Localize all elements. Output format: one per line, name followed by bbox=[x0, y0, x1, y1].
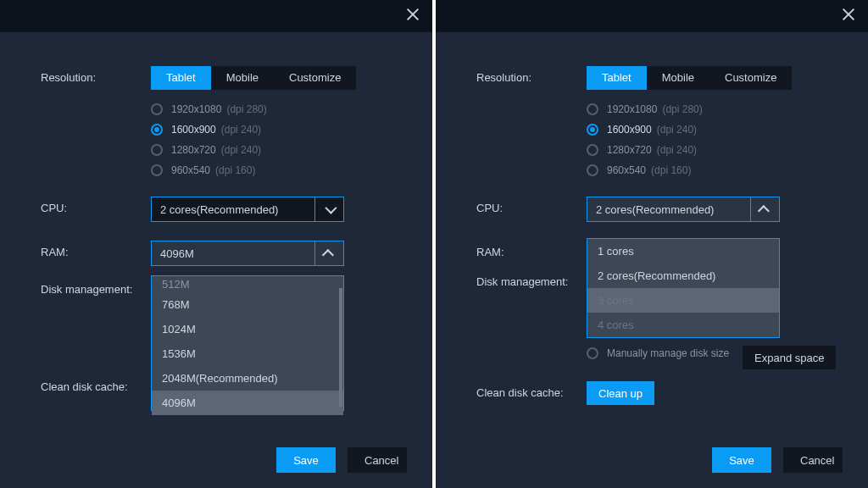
resolution-option[interactable]: 1920x1080(dpi 280) bbox=[151, 103, 267, 115]
dialog-footer: Save Cancel bbox=[712, 447, 843, 473]
close-icon[interactable] bbox=[405, 7, 420, 22]
cpu-select-value: 2 cores(Recommended) bbox=[160, 203, 278, 216]
resolution-tabs: Tablet Mobile Customize bbox=[587, 66, 792, 90]
dialog-footer: Save Cancel bbox=[276, 447, 407, 473]
title-bar bbox=[0, 0, 432, 32]
tab-customize[interactable]: Customize bbox=[709, 66, 792, 90]
cpu-select[interactable]: 2 cores(Recommended) bbox=[151, 197, 344, 222]
tab-tablet[interactable]: Tablet bbox=[151, 66, 211, 90]
ram-option[interactable]: 4096M bbox=[152, 391, 343, 415]
resolution-option[interactable]: 1600x900(dpi 240) bbox=[587, 124, 703, 136]
resolution-options: 1920x1080(dpi 280) 1600x900(dpi 240) 128… bbox=[587, 102, 703, 185]
cpu-option[interactable]: 4 cores bbox=[587, 313, 779, 337]
resolution-label: Resolution: bbox=[476, 66, 587, 84]
ram-label: RAM: bbox=[476, 241, 587, 258]
cpu-label: CPU: bbox=[476, 197, 587, 214]
cancel-button[interactable]: Cancel bbox=[348, 447, 407, 473]
chevron-down-icon bbox=[325, 202, 337, 214]
chevron-up-icon bbox=[757, 205, 769, 217]
tab-mobile[interactable]: Mobile bbox=[647, 66, 709, 90]
radio-icon bbox=[587, 144, 598, 156]
ram-dropdown: 512M 768M 1024M 1536M 2048M(Recommended)… bbox=[151, 275, 344, 411]
settings-panel-left: Resolution: Tablet Mobile Customize 1920… bbox=[0, 0, 432, 488]
tab-tablet[interactable]: Tablet bbox=[587, 66, 647, 90]
title-bar bbox=[436, 0, 868, 32]
ram-option[interactable]: 512M bbox=[152, 276, 343, 292]
radio-icon bbox=[151, 103, 163, 115]
radio-icon bbox=[151, 164, 163, 176]
ram-option[interactable]: 2048M(Recommended) bbox=[152, 366, 343, 391]
resolution-option[interactable]: 960x540(dpi 160) bbox=[587, 164, 703, 176]
clean-up-button[interactable]: Clean up bbox=[587, 381, 654, 405]
cpu-option[interactable]: 3 cores bbox=[587, 288, 779, 313]
ram-option[interactable]: 768M bbox=[152, 292, 343, 317]
cache-label: Clean disk cache: bbox=[476, 381, 587, 399]
resolution-option[interactable]: 1280x720(dpi 240) bbox=[151, 144, 267, 156]
cpu-dropdown: 1 cores 2 cores(Recommended) 3 cores 4 c… bbox=[587, 238, 780, 338]
expand-space-button[interactable]: Expand space bbox=[743, 346, 836, 369]
ram-select-value: 4096M bbox=[160, 247, 194, 260]
resolution-tabs: Tablet Mobile Customize bbox=[151, 66, 356, 90]
ram-label: RAM: bbox=[41, 241, 151, 258]
radio-icon bbox=[151, 124, 163, 136]
ram-select[interactable]: 4096M bbox=[151, 241, 344, 266]
radio-icon bbox=[587, 347, 598, 359]
resolution-option[interactable]: 960x540(dpi 160) bbox=[151, 164, 267, 176]
save-button[interactable]: Save bbox=[276, 447, 336, 473]
cpu-label: CPU: bbox=[41, 197, 151, 214]
radio-icon bbox=[151, 144, 163, 156]
disk-manual-option[interactable]: Manually manage disk size bbox=[587, 347, 729, 359]
tab-mobile[interactable]: Mobile bbox=[211, 66, 274, 90]
cpu-select[interactable]: 2 cores(Recommended) bbox=[587, 197, 780, 222]
save-button[interactable]: Save bbox=[712, 447, 771, 473]
tab-customize[interactable]: Customize bbox=[274, 66, 356, 90]
disk-label: Disk management: bbox=[41, 278, 151, 296]
radio-icon bbox=[587, 103, 598, 115]
disk-label: Disk management: bbox=[476, 270, 587, 288]
resolution-option[interactable]: 1920x1080(dpi 280) bbox=[587, 103, 703, 115]
resolution-label: Resolution: bbox=[41, 66, 151, 84]
resolution-option[interactable]: 1600x900(dpi 240) bbox=[151, 124, 267, 136]
cpu-option[interactable]: 2 cores(Recommended) bbox=[587, 263, 779, 288]
ram-option[interactable]: 1536M bbox=[152, 341, 343, 366]
radio-icon bbox=[587, 164, 598, 176]
cpu-option[interactable]: 1 cores bbox=[587, 239, 779, 263]
scrollbar[interactable] bbox=[339, 288, 342, 407]
settings-panel-right: Resolution: Tablet Mobile Customize 1920… bbox=[436, 0, 868, 488]
cpu-select-value: 2 cores(Recommended) bbox=[596, 203, 714, 216]
cache-label: Clean disk cache: bbox=[41, 375, 151, 393]
radio-icon bbox=[587, 124, 598, 136]
chevron-up-icon bbox=[321, 249, 333, 261]
resolution-options: 1920x1080(dpi 280) 1600x900(dpi 240) 128… bbox=[151, 102, 267, 185]
resolution-option[interactable]: 1280x720(dpi 240) bbox=[587, 144, 703, 156]
cancel-button[interactable]: Cancel bbox=[783, 447, 843, 473]
close-icon[interactable] bbox=[841, 7, 856, 22]
ram-option[interactable]: 1024M bbox=[152, 317, 343, 341]
